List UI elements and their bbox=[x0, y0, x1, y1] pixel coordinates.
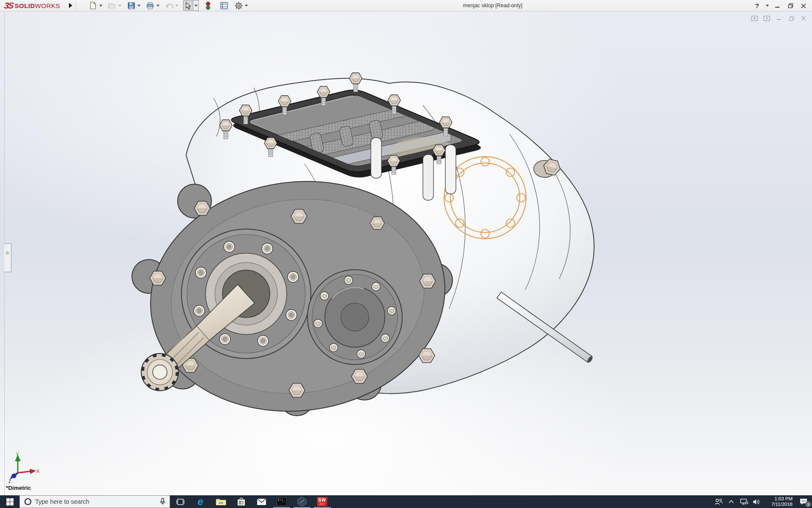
taskbar-store[interactable] bbox=[231, 495, 251, 508]
orientation-triad: Y X Z bbox=[7, 452, 41, 483]
toolbar-separator bbox=[76, 1, 76, 10]
close-icon bbox=[801, 3, 806, 8]
solidworks-2017-icon: SW 2017 bbox=[317, 497, 327, 506]
taskbar-solidworks[interactable]: SW 2017 bbox=[312, 495, 332, 508]
secondary-hub-cover bbox=[307, 270, 402, 364]
close-icon bbox=[801, 16, 806, 21]
taskbar-terminal[interactable]: C:\_ bbox=[272, 495, 292, 508]
feature-manager-collapsed-tab[interactable] bbox=[4, 243, 11, 272]
options-dropdown[interactable] bbox=[244, 0, 249, 11]
microphone-icon[interactable] bbox=[160, 498, 165, 505]
gearbox-model[interactable] bbox=[127, 58, 605, 431]
gear-icon bbox=[235, 2, 243, 10]
edge-icon: e bbox=[198, 497, 203, 507]
solidworks-logo-light: WORKS bbox=[35, 2, 60, 9]
tray-date: 7/11/2018 bbox=[764, 502, 793, 507]
window-controls: ? bbox=[752, 0, 809, 11]
save-floppy-icon bbox=[128, 2, 135, 9]
taskbar-edge[interactable]: e bbox=[190, 495, 211, 508]
minimize-icon bbox=[775, 3, 780, 8]
undo-arrow-icon bbox=[165, 3, 173, 9]
pane-right-button[interactable] bbox=[763, 15, 771, 22]
tray-clock[interactable]: 1:03 PM 7/11/2018 bbox=[764, 496, 793, 507]
speaker-icon bbox=[753, 499, 760, 505]
doc-minimize-button[interactable] bbox=[775, 15, 783, 22]
cursor-arrow-icon bbox=[185, 2, 191, 9]
taskbar-hexagon-app[interactable] bbox=[292, 495, 312, 508]
save-dropdown[interactable] bbox=[136, 0, 142, 11]
save-button[interactable] bbox=[126, 0, 136, 11]
solidworks-logo: 3S SOLID WORKS bbox=[4, 1, 60, 11]
open-document-dropdown[interactable] bbox=[117, 0, 123, 11]
hidden-icons-button[interactable] bbox=[725, 495, 738, 508]
store-icon bbox=[237, 497, 246, 506]
system-tray: 1:03 PM 7/11/2018 3 bbox=[712, 495, 812, 508]
people-button[interactable] bbox=[712, 495, 725, 508]
titlebar: 3S SOLID WORKS bbox=[0, 0, 812, 11]
network-icon bbox=[740, 498, 748, 505]
task-view-button[interactable] bbox=[170, 495, 190, 508]
print-dropdown[interactable] bbox=[155, 0, 161, 11]
appearance-button[interactable] bbox=[203, 0, 213, 11]
undo-button[interactable] bbox=[164, 0, 174, 11]
chevron-down-icon bbox=[245, 5, 248, 7]
new-document-button[interactable] bbox=[88, 0, 98, 11]
file-explorer-icon bbox=[216, 497, 226, 506]
search-input[interactable]: Type here to search bbox=[19, 495, 170, 508]
graphics-viewport[interactable]: Y X Z *Dimetric bbox=[0, 11, 812, 495]
tray-time: 1:03 PM bbox=[764, 496, 793, 502]
minimize-icon bbox=[776, 16, 782, 21]
print-button[interactable] bbox=[145, 0, 155, 11]
open-folder-icon bbox=[108, 2, 116, 9]
doc-restore-button[interactable] bbox=[787, 15, 796, 22]
terminal-icon: C:\_ bbox=[277, 497, 287, 506]
chevron-down-icon bbox=[156, 5, 159, 7]
pane-left-button[interactable] bbox=[750, 15, 759, 22]
windows-taskbar: Type here to search e bbox=[0, 495, 812, 508]
network-button[interactable] bbox=[738, 495, 750, 508]
action-center-button[interactable]: 3 bbox=[795, 495, 812, 508]
select-tool-dropdown[interactable] bbox=[193, 0, 199, 11]
chevron-down-icon bbox=[137, 5, 140, 7]
help-button[interactable]: ? bbox=[752, 1, 762, 11]
doc-close-button[interactable] bbox=[799, 15, 808, 22]
view-orientation-label: *Dimetric bbox=[6, 485, 31, 491]
volume-button[interactable] bbox=[750, 495, 763, 508]
undo-dropdown[interactable] bbox=[174, 0, 180, 11]
select-tool-button[interactable] bbox=[183, 0, 193, 11]
restore-icon bbox=[788, 3, 793, 8]
panel-tab-handle bbox=[6, 251, 9, 254]
chevron-down-icon bbox=[766, 5, 769, 7]
windows-logo-icon bbox=[6, 498, 14, 505]
options-button[interactable] bbox=[233, 0, 244, 11]
help-dropdown[interactable] bbox=[765, 1, 769, 11]
standard-toolbar bbox=[87, 0, 252, 11]
triad-x-label: X bbox=[36, 469, 40, 474]
close-button[interactable] bbox=[798, 1, 809, 11]
task-view-icon bbox=[176, 498, 184, 505]
chevron-down-icon bbox=[99, 5, 102, 7]
flyout-arrow-icon bbox=[69, 3, 72, 8]
open-document-button[interactable] bbox=[107, 0, 117, 11]
people-icon bbox=[714, 498, 723, 505]
chevron-up-icon bbox=[729, 500, 734, 503]
pane-right-icon bbox=[763, 16, 770, 21]
taskbar-file-explorer[interactable] bbox=[211, 495, 231, 508]
mail-icon bbox=[257, 498, 266, 505]
chevron-down-icon bbox=[195, 5, 198, 7]
solidworks-logo-bold: SOLID bbox=[14, 2, 35, 9]
notification-badge: 3 bbox=[805, 501, 811, 507]
traffic-light-icon bbox=[206, 2, 211, 10]
pane-left-icon bbox=[751, 16, 758, 21]
search-placeholder: Type here to search bbox=[35, 498, 160, 505]
triad-y-label: Y bbox=[16, 452, 19, 457]
properties-button[interactable] bbox=[219, 0, 229, 11]
minimize-button[interactable] bbox=[772, 1, 782, 11]
new-document-dropdown[interactable] bbox=[98, 0, 104, 11]
menu-flyout-button[interactable] bbox=[66, 1, 74, 10]
taskbar-mail[interactable] bbox=[251, 495, 272, 508]
chevron-down-icon bbox=[118, 5, 121, 7]
restore-button[interactable] bbox=[785, 1, 796, 11]
restore-icon bbox=[789, 16, 794, 21]
start-button[interactable] bbox=[0, 495, 19, 508]
